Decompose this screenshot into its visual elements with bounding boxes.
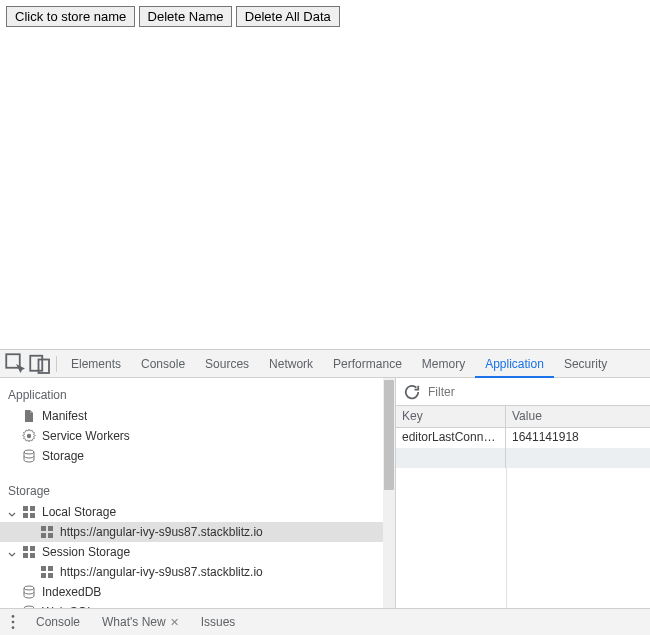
svg-rect-19 (41, 573, 46, 578)
store-name-button[interactable]: Click to store name (6, 6, 135, 27)
svg-rect-7 (23, 513, 28, 518)
sidebar-item-local-storage-origin[interactable]: https://angular-ivy-s9us87.stackblitz.io (0, 522, 395, 542)
database-icon (22, 605, 36, 608)
sidebar-item-label: Local Storage (42, 505, 116, 519)
grid-icon (22, 545, 36, 559)
svg-rect-17 (41, 566, 46, 571)
sidebar-item-label: Manifest (42, 409, 87, 423)
svg-point-24 (12, 621, 15, 624)
database-icon (22, 449, 36, 463)
application-sidebar: Application Manifest Service Workers Sto… (0, 378, 396, 608)
svg-point-23 (12, 615, 15, 618)
svg-rect-11 (41, 533, 46, 538)
scrollbar[interactable] (383, 378, 395, 608)
chevron-down-icon (8, 508, 16, 516)
tab-security[interactable]: Security (554, 350, 617, 378)
section-application: Application (0, 384, 395, 406)
sidebar-item-websql[interactable]: Web SQL (0, 602, 395, 608)
kv-header: Key Value (396, 406, 650, 428)
cell-value[interactable] (506, 448, 650, 468)
sidebar-item-label: Service Workers (42, 429, 130, 443)
cell-value[interactable]: 1641141918 (506, 428, 650, 448)
delete-all-button[interactable]: Delete All Data (236, 6, 340, 27)
grid-icon (40, 525, 54, 539)
svg-rect-10 (48, 526, 53, 531)
section-storage: Storage (0, 480, 395, 502)
sidebar-item-local-storage[interactable]: Local Storage (0, 502, 395, 522)
svg-rect-14 (30, 546, 35, 551)
drawer-tab-whats-new[interactable]: What's New ✕ (94, 609, 187, 635)
svg-rect-12 (48, 533, 53, 538)
database-icon (22, 585, 36, 599)
sidebar-item-label: https://angular-ivy-s9us87.stackblitz.io (60, 525, 263, 539)
sidebar-item-label: Web SQL (42, 605, 94, 608)
svg-rect-6 (30, 506, 35, 511)
cell-key[interactable] (396, 448, 506, 468)
sidebar-item-session-storage[interactable]: Session Storage (0, 542, 395, 562)
drawer-tab-issues[interactable]: Issues (193, 609, 244, 635)
storage-detail-panel: Key Value editorLastConnec... 1641141918 (396, 378, 650, 608)
svg-rect-18 (48, 566, 53, 571)
toggle-device-icon[interactable] (28, 352, 52, 376)
page-content: Click to store name Delete Name Delete A… (0, 0, 650, 350)
cell-key[interactable]: editorLastConnec... (396, 428, 506, 448)
tab-memory[interactable]: Memory (412, 350, 475, 378)
delete-name-button[interactable]: Delete Name (139, 6, 233, 27)
drawer-tab-label: What's New (102, 609, 166, 635)
table-row-empty[interactable] (396, 448, 650, 468)
devtools-body: Application Manifest Service Workers Sto… (0, 378, 650, 608)
scrollbar-thumb[interactable] (384, 380, 394, 490)
svg-point-21 (24, 586, 34, 590)
table-row[interactable]: editorLastConnec... 1641141918 (396, 428, 650, 448)
svg-rect-9 (41, 526, 46, 531)
devtools-tabstrip: Elements Console Sources Network Perform… (0, 350, 650, 378)
close-icon[interactable]: ✕ (170, 609, 179, 635)
svg-rect-1 (30, 355, 42, 370)
sidebar-item-label: IndexedDB (42, 585, 101, 599)
filter-input[interactable] (428, 385, 644, 399)
svg-point-25 (12, 626, 15, 629)
grid-icon (40, 565, 54, 579)
chevron-down-icon (8, 548, 16, 556)
gear-icon (22, 429, 36, 443)
svg-rect-8 (30, 513, 35, 518)
sidebar-item-label: https://angular-ivy-s9us87.stackblitz.io (60, 565, 263, 579)
devtools-drawer: Console What's New ✕ Issues (0, 608, 650, 635)
svg-rect-5 (23, 506, 28, 511)
sidebar-item-manifest[interactable]: Manifest (0, 406, 395, 426)
inspect-element-icon[interactable] (4, 352, 28, 376)
table-body-spacer (396, 468, 650, 608)
document-icon (22, 409, 36, 423)
detail-toolbar (396, 378, 650, 406)
sidebar-item-label: Storage (42, 449, 84, 463)
tab-application[interactable]: Application (475, 350, 554, 378)
svg-rect-20 (48, 573, 53, 578)
svg-point-22 (24, 606, 34, 608)
drawer-tab-console[interactable]: Console (28, 609, 88, 635)
tab-network[interactable]: Network (259, 350, 323, 378)
more-icon[interactable] (4, 610, 22, 634)
svg-point-4 (24, 450, 34, 454)
sidebar-item-label: Session Storage (42, 545, 130, 559)
separator (56, 356, 57, 372)
svg-point-3 (27, 434, 31, 438)
refresh-icon[interactable] (402, 382, 422, 402)
tab-sources[interactable]: Sources (195, 350, 259, 378)
svg-rect-16 (30, 553, 35, 558)
sidebar-item-indexeddb[interactable]: IndexedDB (0, 582, 395, 602)
column-value[interactable]: Value (506, 406, 650, 427)
tab-performance[interactable]: Performance (323, 350, 412, 378)
tab-elements[interactable]: Elements (61, 350, 131, 378)
sidebar-item-session-storage-origin[interactable]: https://angular-ivy-s9us87.stackblitz.io (0, 562, 395, 582)
svg-rect-13 (23, 546, 28, 551)
tab-console[interactable]: Console (131, 350, 195, 378)
sidebar-item-service-workers[interactable]: Service Workers (0, 426, 395, 446)
column-key[interactable]: Key (396, 406, 506, 427)
svg-rect-15 (23, 553, 28, 558)
sidebar-item-storage-overview[interactable]: Storage (0, 446, 395, 466)
grid-icon (22, 505, 36, 519)
